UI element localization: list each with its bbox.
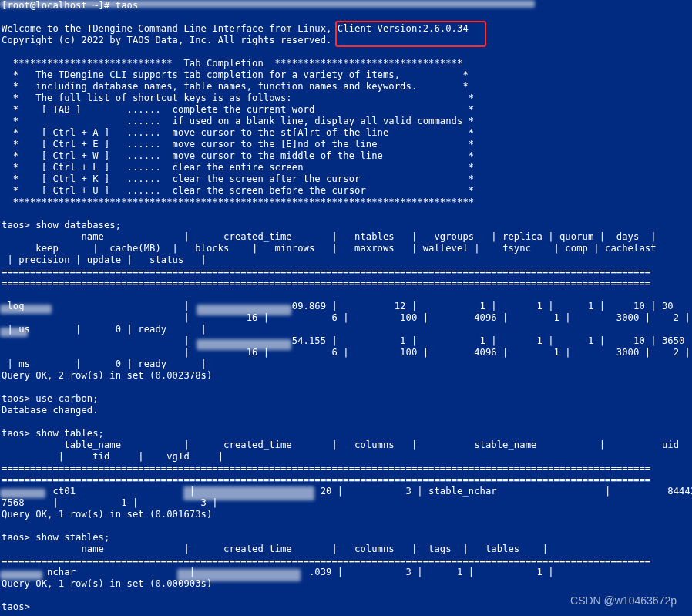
- rule: ========================================…: [2, 266, 650, 277]
- rule: ========================================…: [2, 555, 650, 566]
- rule: ========================================…: [2, 278, 650, 288]
- redaction-blur: [183, 486, 314, 500]
- redaction-blur: [177, 569, 301, 581]
- redaction-blur: [0, 0, 535, 8]
- highlight-client-version: [335, 21, 486, 47]
- prompt-empty[interactable]: taos>: [2, 601, 35, 612]
- db-header-1: name | created_time | ntables | vgroups …: [2, 231, 657, 242]
- db-row2-a: | 54.155 | 1 | 1 | 1 | 1 | 10 | 3650: [2, 335, 685, 346]
- help-line: * The full list of shortcut keys is as f…: [2, 93, 474, 103]
- watermark: CSDN @w10463672p: [570, 594, 677, 607]
- db-row2-c: | ms | 0 | ready |: [2, 358, 207, 369]
- help-shortcut-ctrl-a: * [ Ctrl + A ] ...... move cursor to the…: [2, 127, 474, 138]
- help-shortcut-ctrl-w: * [ Ctrl + W ] ...... move cursor to the…: [2, 150, 474, 161]
- stables-header: name | created_time | columns | tags | t…: [2, 544, 548, 554]
- db-header-2: keep | cache(MB) | blocks | minrows | ma…: [2, 243, 657, 254]
- redaction-blur: [197, 305, 291, 315]
- help-shortcut-ctrl-k: * [ Ctrl + K ] ...... clear the screen a…: [2, 173, 474, 184]
- redaction-blur: [0, 305, 52, 314]
- db-row-log-b: | 16 | 6 | 100 | 4096 | 1 | 3000 | 2 | 0: [2, 312, 692, 323]
- copyright-text: Copyright (c) 2022 by TAOS Data, Inc. Al…: [2, 35, 331, 45]
- db-row-log-c: | us | 0 | ready |: [2, 324, 207, 335]
- help-line: * The TDengine CLI supports tab completi…: [2, 69, 469, 80]
- query-summary-1: Query OK, 2 row(s) in set (0.002378s): [2, 370, 212, 381]
- table-row-a: ct01 | 20 | 3 | stable_nchar | 844424946…: [2, 486, 692, 497]
- prompt-use-carbon[interactable]: taos> use carbon;: [2, 393, 99, 404]
- db-row-log-a: log | 09.869 | 12 | 1 | 1 | 1 | 10 | 30: [2, 301, 674, 311]
- db-row2-b: | 16 | 6 | 100 | 4096 | 1 | 3000 | 2 | 0: [2, 347, 692, 358]
- help-shortcut-tab: * [ TAB ] ...... complete the current wo…: [2, 104, 474, 115]
- help-shortcut-ctrl-u: * [ Ctrl + U ] ...... clear the screen b…: [2, 185, 474, 196]
- prompt-show-databases[interactable]: taos> show databases;: [2, 220, 121, 231]
- help-line: * including database names, table names,…: [2, 81, 469, 92]
- tables-header-1: table_name | created_time | columns | st…: [2, 439, 679, 450]
- database-changed: Database changed.: [2, 405, 99, 416]
- tables-header-2: | tid | vgId |: [2, 451, 223, 462]
- redaction-blur: [0, 328, 28, 337]
- rule: ========================================…: [2, 463, 650, 473]
- db-header-3: | precision | update | status |: [2, 254, 207, 265]
- query-summary-2: Query OK, 1 row(s) in set (0.001673s): [2, 509, 212, 520]
- rule: ========================================…: [2, 474, 650, 485]
- terminal[interactable]: [root@localhost ~]# taos Welcome to the …: [0, 0, 692, 616]
- redaction-blur: [0, 489, 45, 498]
- prompt-show-tables[interactable]: taos> show tables;: [2, 428, 104, 439]
- redaction-blur: [0, 571, 42, 580]
- help-shortcut-tab2: * ...... if used on a blank line, displa…: [2, 116, 474, 126]
- help-shortcut-ctrl-e: * [ Ctrl + E ] ...... move cursor to the…: [2, 139, 474, 150]
- prompt-show-stables[interactable]: taos> show stables;: [2, 532, 109, 543]
- help-rule-bottom: ****************************************…: [2, 197, 474, 207]
- redaction-blur: [197, 339, 291, 350]
- help-rule-top: **************************** Tab Complet…: [2, 58, 462, 69]
- help-shortcut-ctrl-l: * [ Ctrl + L ] ...... clear the entire s…: [2, 162, 474, 173]
